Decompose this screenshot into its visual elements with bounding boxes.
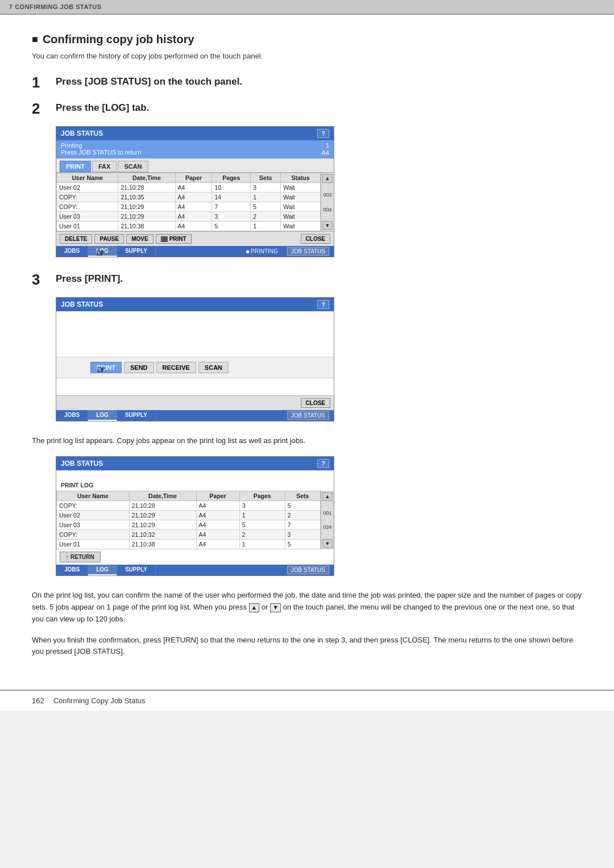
panel-2-header: JOB STATUS ? bbox=[56, 298, 334, 311]
printing-label: ■ PRINTING bbox=[246, 248, 278, 254]
panel-3-table-area: User Name Date,Time Paper Pages Sets COP… bbox=[56, 491, 334, 549]
table-row: COPY:21,10:32A423 bbox=[57, 530, 321, 540]
tab-scan[interactable]: SCAN bbox=[118, 161, 148, 172]
nav-supply[interactable]: SUPPLY bbox=[117, 246, 156, 257]
col3-paper: Paper bbox=[196, 491, 239, 501]
panel-2-close-area: CLOSE bbox=[56, 395, 334, 410]
panel-1-nav-tabs: JOBS LOG ☞ SUPPLY bbox=[56, 246, 241, 257]
para-2-or: or bbox=[262, 603, 270, 611]
panel-3-empty bbox=[56, 470, 334, 479]
table-row: COPY:21,10:29A475Wait bbox=[57, 202, 321, 212]
print-action-btn[interactable]: PRINT bbox=[156, 234, 192, 244]
panel-3-wrap: JOB STATUS ? PRINT LOG User Name Date,Ti… bbox=[56, 456, 582, 576]
step-3-num: 3 bbox=[32, 272, 48, 287]
panel-1-help[interactable]: ? bbox=[317, 129, 329, 138]
para-1: The print log list appears. Copy jobs ap… bbox=[32, 435, 582, 447]
nav3-log[interactable]: LOG bbox=[88, 565, 117, 575]
panel-1-footer: DELETE PAUSE MOVE PRINT CLOSE bbox=[56, 231, 334, 246]
col3-pages: Pages bbox=[239, 491, 285, 501]
panel-3-scrollbar: ▲ 001 024 ▼ bbox=[321, 491, 334, 549]
top-bar-label: 7 CONFIRMING JOB STATUS bbox=[9, 3, 102, 10]
job-status-label-1: JOB STATUS bbox=[287, 247, 329, 256]
send-tab-btn[interactable]: SEND bbox=[124, 362, 154, 373]
section-title-text: Confirming copy job history bbox=[43, 33, 194, 46]
tab-print[interactable]: PRINT bbox=[60, 161, 91, 172]
job-status-label-2: JOB STATUS bbox=[287, 411, 329, 420]
col-sets: Sets bbox=[251, 173, 281, 183]
panel-1-scrollbar: ▲ 003 004 ▼ bbox=[321, 173, 334, 231]
step-1-text: Press [JOB STATUS] on the touch panel. bbox=[56, 76, 242, 87]
cursor-hand-1: ☞ bbox=[96, 247, 105, 261]
nav3-jobs[interactable]: JOBS bbox=[56, 565, 88, 575]
close-btn-1[interactable]: CLOSE bbox=[301, 234, 330, 244]
delete-btn[interactable]: DELETE bbox=[60, 234, 92, 244]
panel-3-nav-tabs: JOBS LOG SUPPLY bbox=[56, 565, 283, 575]
panel-3-header: JOB STATUS ? bbox=[56, 457, 334, 470]
print-tab-btn[interactable]: PRINT ☞ bbox=[90, 362, 122, 373]
tab-fax[interactable]: FAX bbox=[92, 161, 117, 172]
page-footer: 162 Confirming Copy Job Status bbox=[0, 691, 614, 711]
panel-1-nav: JOBS LOG ☞ SUPPLY ■ PRINTING JOB STATUS bbox=[56, 246, 334, 257]
step-1-num: 1 bbox=[32, 75, 48, 90]
step-2: 2 Press the [LOG] tab. bbox=[32, 100, 582, 116]
table-row: User 0321,10:29A457 bbox=[57, 520, 321, 530]
move-btn[interactable]: MOVE bbox=[126, 234, 153, 244]
scroll3-up-btn[interactable]: ▲ bbox=[322, 492, 333, 501]
table-row: COPY:21,10:28A435 bbox=[57, 501, 321, 511]
panel-1-status: ■ PRINTING JOB STATUS bbox=[241, 246, 334, 257]
nav3-supply[interactable]: SUPPLY bbox=[117, 565, 156, 575]
job-status-label-3: JOB STATUS bbox=[287, 566, 329, 574]
cursor-hand-2: ☞ bbox=[97, 364, 106, 385]
col3-datetime: Date,Time bbox=[129, 491, 196, 501]
panel-2-wrap: JOB STATUS ? PRINT ☞ SEND RECEIVE SCAN C… bbox=[56, 297, 582, 422]
panel-2-nav: JOBS LOG SUPPLY JOB STATUS bbox=[56, 410, 334, 421]
return-label: RETURN bbox=[70, 554, 94, 560]
scroll-num-1: 003 bbox=[322, 192, 333, 198]
close-btn-2[interactable]: CLOSE bbox=[301, 398, 330, 408]
pause-btn[interactable]: PAUSE bbox=[94, 234, 124, 244]
footer-text: Confirming Copy Job Status bbox=[53, 696, 146, 705]
scroll-down-btn[interactable]: ▼ bbox=[322, 221, 333, 230]
job-status-panel-2: JOB STATUS ? PRINT ☞ SEND RECEIVE SCAN C… bbox=[56, 297, 334, 422]
panel-1-info-line1: Printing bbox=[61, 142, 141, 149]
table-row: COPY:21,10:35A4141Wait bbox=[57, 193, 321, 202]
para-3: When you finish the confirmation, press … bbox=[32, 635, 582, 658]
panel-3-header-title: JOB STATUS bbox=[61, 460, 103, 468]
nav2-log[interactable]: LOG bbox=[88, 410, 117, 421]
panel-1-tabs: PRINT FAX SCAN bbox=[56, 158, 334, 173]
col-paper: Paper bbox=[175, 173, 212, 183]
panel-1-info-right-2: A4 bbox=[322, 149, 329, 157]
step-2-num: 2 bbox=[32, 101, 48, 116]
scroll-num-2: 004 bbox=[322, 207, 333, 212]
top-bar: 7 CONFIRMING JOB STATUS bbox=[0, 0, 614, 14]
section-title: Confirming copy job history bbox=[32, 33, 582, 46]
table-row: User 0121,10:38A451Wait bbox=[57, 222, 321, 231]
scroll-up-btn[interactable]: ▲ bbox=[322, 174, 333, 183]
panel-1-header: JOB STATUS ? bbox=[56, 127, 334, 140]
scan-tab-btn[interactable]: SCAN bbox=[198, 362, 229, 373]
nav2-supply[interactable]: SUPPLY bbox=[117, 410, 156, 421]
nav-log[interactable]: LOG ☞ bbox=[88, 246, 117, 257]
job-status-panel-3: JOB STATUS ? PRINT LOG User Name Date,Ti… bbox=[56, 456, 334, 576]
table-row: User 0221,10:29A412 bbox=[57, 511, 321, 520]
scroll3-down-btn[interactable]: ▼ bbox=[322, 539, 333, 548]
nav-jobs[interactable]: JOBS bbox=[56, 246, 88, 257]
up-arrow-btn: ▲ bbox=[249, 603, 260, 612]
col3-sets: Sets bbox=[285, 491, 320, 501]
panel-2-help[interactable]: ? bbox=[317, 300, 329, 309]
panel-1-header-title: JOB STATUS bbox=[61, 130, 103, 137]
panel-2-empty bbox=[56, 311, 334, 357]
col-pages: Pages bbox=[212, 173, 251, 183]
receive-tab-btn[interactable]: RECEIVE bbox=[156, 362, 196, 373]
scroll3-num-2: 024 bbox=[322, 524, 333, 530]
return-btn[interactable]: ↑ RETURN bbox=[60, 552, 101, 562]
panel-3-help[interactable]: ? bbox=[317, 459, 329, 468]
nav2-jobs[interactable]: JOBS bbox=[56, 410, 88, 421]
col-username: User Name bbox=[57, 173, 118, 183]
panel-1-info-right-1: 1 bbox=[322, 142, 329, 149]
panel-1-wrap: JOB STATUS ? Printing Press JOB STATUS t… bbox=[56, 126, 582, 257]
panel-3-section-label: PRINT LOG bbox=[56, 479, 334, 491]
col3-username: User Name bbox=[57, 491, 130, 501]
down-arrow-btn: ▼ bbox=[270, 603, 281, 612]
page-number: 162 bbox=[32, 696, 44, 705]
